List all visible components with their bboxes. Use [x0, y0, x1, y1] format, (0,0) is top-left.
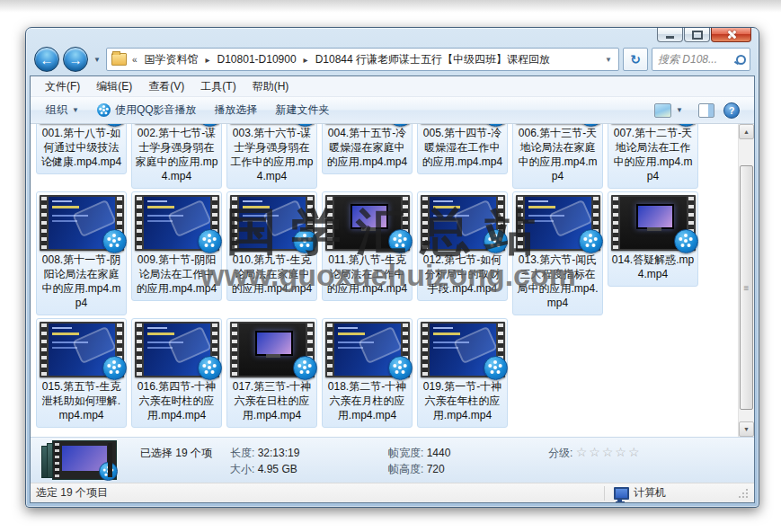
- back-button[interactable]: ←: [34, 47, 59, 72]
- file-item[interactable]: 015.第五节-生克泄耗助如何理解.mp4.mp4: [36, 318, 127, 428]
- file-name: 015.第五节-生克泄耗助如何理解.mp4.mp4: [39, 379, 124, 422]
- file-item[interactable]: 010.第九节-生克论局法在家庭中的应用.mp4.mp4: [226, 191, 317, 301]
- new-folder-button[interactable]: 新建文件夹: [270, 100, 336, 120]
- file-item[interactable]: 008.第十一节-阴阳论局法在家庭中的应用.mp4.mp4: [36, 191, 127, 315]
- organize-button[interactable]: 组织 ▼: [40, 100, 85, 120]
- filmstrip-holes-icon: [137, 324, 142, 376]
- frame-height-label: 帧高度:: [388, 463, 423, 475]
- file-item[interactable]: 003.第十六节-谋士学身强身弱在工作中的应用.mp4.mp4: [226, 124, 317, 189]
- toolbar-right-group: ▼ ?: [648, 101, 745, 120]
- file-item[interactable]: 005.第十四节-冷暖燥湿在工作中的应用.mp4.mp4: [417, 124, 508, 174]
- qq-player-badge-icon: [674, 229, 698, 253]
- breadcrumb-overflow-icon[interactable]: «: [131, 55, 138, 65]
- qq-player-badge-icon: [579, 229, 603, 253]
- details-pane: 已选择 19 个项 长度: 32:13:19 大小: 4.95 GB 帧宽度: …: [31, 437, 754, 483]
- folder-icon: [111, 53, 127, 66]
- length-value: 32:13:19: [258, 447, 300, 459]
- statusbar-divider: [604, 486, 605, 501]
- file-name: 016.第四节-十神六亲在时柱的应用.mp4.mp4: [134, 379, 219, 422]
- filmstrip-holes-icon: [232, 197, 237, 249]
- file-item[interactable]: 013.第六节-闻氏三大程度指标在局中的应用.mp4.mp4: [512, 191, 603, 315]
- file-item[interactable]: 006.第十三节-天地论局法在家庭中的应用.mp4.mp4: [512, 124, 603, 189]
- refresh-button[interactable]: ↻: [623, 48, 648, 71]
- vertical-scrollbar[interactable]: ▲ ≡ ▼: [738, 124, 754, 437]
- breadcrumb-item-current[interactable]: D10844 行谦老师谋士五行【中级四班】课程回放: [314, 51, 552, 68]
- file-grid: 001.第十八节-如何通过中级技法论健康.mp4.mp4 002.第十七节-谋士…: [36, 124, 738, 430]
- close-button[interactable]: [711, 28, 751, 42]
- video-thumbnail: [516, 195, 600, 251]
- address-dropdown-icon[interactable]: ▼: [603, 56, 614, 64]
- qq-player-badge-icon: [388, 356, 413, 380]
- filmstrip-holes-icon: [41, 324, 47, 376]
- video-thumbnail: [135, 195, 219, 251]
- file-item[interactable]: 019.第一节-十神六亲在年柱的应用.mp4.mp4: [417, 318, 508, 428]
- file-item[interactable]: 004.第十五节-冷暖燥湿在家庭中的应用.mp4.mp4: [322, 124, 413, 174]
- minimize-button[interactable]: [657, 28, 683, 42]
- back-icon: ←: [40, 52, 54, 67]
- breadcrumb-item-root[interactable]: 国学资料馆: [142, 51, 200, 68]
- chevron-down-icon: ▼: [72, 106, 79, 114]
- rating-stars[interactable]: ☆☆☆☆☆: [576, 445, 642, 459]
- menu-item-file[interactable]: 文件(F): [38, 77, 87, 96]
- frame-height-value: 720: [427, 463, 445, 475]
- chevron-down-icon: ▼: [676, 106, 683, 114]
- search-box[interactable]: [652, 48, 750, 71]
- address-bar[interactable]: « 国学资料馆 ▸ D10801-D10900 ▸ D10844 行谦老师谋士五…: [106, 48, 619, 71]
- computer-label: 计算机: [634, 485, 666, 501]
- menu-item-edit[interactable]: 编辑(E): [89, 77, 139, 96]
- video-thumbnail: [421, 195, 505, 251]
- file-item[interactable]: 018.第二节-十神六亲在月柱的应用.mp4.mp4: [322, 318, 413, 428]
- file-list-area[interactable]: 001.第十八节-如何通过中级技法论健康.mp4.mp4 002.第十七节-谋士…: [31, 124, 754, 437]
- maximize-button[interactable]: [684, 28, 710, 42]
- menu-item-view[interactable]: 查看(V): [141, 77, 191, 96]
- stack-layer-front: [52, 440, 117, 480]
- filmstrip-holes-icon: [327, 197, 333, 249]
- file-name: 006.第十三节-天地论局法在家庭中的应用.mp4.mp4: [515, 126, 600, 183]
- scroll-down-button[interactable]: ▼: [739, 421, 754, 437]
- file-item[interactable]: 016.第四节-十神六亲在时柱的应用.mp4.mp4: [131, 318, 222, 428]
- resize-grip[interactable]: [738, 488, 749, 499]
- navigation-bar: ← → ▼ « 国学资料馆 ▸ D10801-D10900 ▸ D10844 行…: [26, 43, 759, 75]
- title-bar[interactable]: [26, 28, 759, 43]
- file-name: 010.第九节-生克论局法在家庭中的应用.mp4.mp4: [229, 253, 315, 296]
- file-item[interactable]: 011.第八节-生克论局法在工作中的应用.mp4.mp4: [322, 191, 413, 301]
- search-input[interactable]: [656, 52, 723, 66]
- filmstrip-holes-icon: [41, 197, 47, 249]
- scroll-up-button[interactable]: ▲: [739, 124, 754, 139]
- play-select-button[interactable]: 播放选择: [209, 100, 264, 120]
- file-item[interactable]: 007.第十二节-天地论局法在工作中的应用.mp4.mp4: [608, 124, 698, 189]
- video-thumbnail: [230, 322, 315, 377]
- file-item[interactable]: 001.第十八节-如何通过中级技法论健康.mp4.mp4: [36, 124, 127, 174]
- menu-item-tools[interactable]: 工具(T): [193, 77, 243, 96]
- file-name: 003.第十六节-谋士学身强身弱在工作中的应用.mp4.mp4: [229, 126, 315, 183]
- file-name: 009.第十节-阴阳论局法在工作中的应用.mp4.mp4: [134, 253, 219, 296]
- statusbar-location: 计算机: [614, 485, 749, 501]
- maximize-icon: [692, 31, 703, 40]
- breadcrumb-separator-icon[interactable]: ▸: [303, 55, 309, 65]
- qq-player-badge-icon: [484, 356, 508, 380]
- views-icon: [654, 103, 671, 118]
- client-area: 文件(F) 编辑(E) 查看(V) 工具(T) 帮助(H) 组织 ▼ 使用QQ影…: [30, 75, 755, 503]
- caption-buttons: [657, 28, 751, 42]
- size-label: 大小:: [230, 463, 254, 475]
- file-item[interactable]: 002.第十七节-谋士学身强身弱在家庭中的应用.mp4.mp4: [131, 124, 222, 189]
- menu-item-help[interactable]: 帮助(H): [245, 77, 297, 96]
- file-item[interactable]: 017.第三节-十神六亲在日柱的应用.mp4.mp4: [226, 318, 317, 428]
- views-button[interactable]: ▼: [648, 101, 689, 120]
- file-item[interactable]: 012.第七节-如何分析局中的取财手段.mp4.mp4: [417, 191, 508, 301]
- file-item[interactable]: 009.第十节-阴阳论局法在工作中的应用.mp4.mp4: [131, 191, 222, 301]
- frame-width-value: 1440: [427, 447, 451, 459]
- forward-button[interactable]: →: [63, 47, 88, 72]
- help-button[interactable]: ?: [723, 102, 740, 119]
- breadcrumb-item-range[interactable]: D10801-D10900: [216, 52, 298, 66]
- video-thumbnail: [40, 322, 124, 377]
- preview-pane-button[interactable]: [698, 103, 714, 118]
- help-icon: ?: [729, 105, 735, 116]
- qq-play-button[interactable]: 使用QQ影音播放: [91, 100, 203, 120]
- breadcrumb-separator-icon[interactable]: ▸: [204, 55, 210, 65]
- refresh-icon: ↻: [630, 52, 641, 66]
- file-name: 011.第八节-生克论局法在工作中的应用.mp4.mp4: [324, 253, 410, 296]
- scroll-thumb[interactable]: ≡: [740, 165, 753, 410]
- recent-pages-dropdown[interactable]: ▼: [93, 56, 101, 64]
- file-item[interactable]: 014.答疑解惑.mp4.mp4: [608, 191, 698, 287]
